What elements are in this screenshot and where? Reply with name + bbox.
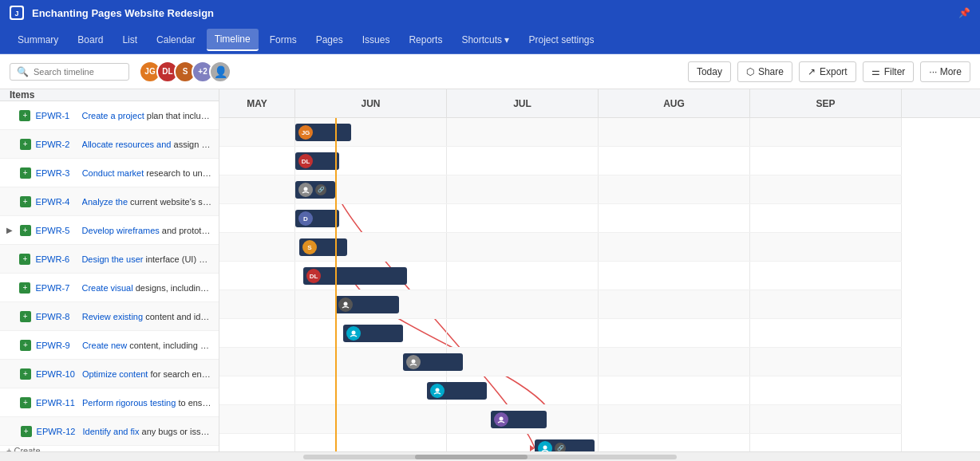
item-row: +EPWR-10Optimize content for search engi…	[0, 360, 219, 388]
item-add-button[interactable]: +	[19, 282, 30, 294]
item-add-button[interactable]: +	[19, 254, 30, 265]
nav-reports[interactable]: Reports	[401, 30, 450, 50]
search-input[interactable]	[34, 67, 121, 77]
avatar-anon[interactable]: 👤	[209, 61, 231, 83]
toolbar: 🔍 JG DL S +2 👤 Today ⬡ Share ↗ Export ⚌ …	[0, 54, 980, 89]
item-id[interactable]: EPWR-7	[35, 283, 77, 293]
gantt-bar[interactable]	[335, 296, 399, 313]
item-add-button[interactable]: +	[20, 139, 31, 150]
bar-avatar: S	[302, 240, 317, 254]
item-add-button[interactable]: +	[19, 110, 30, 121]
main-content: Items +EPWR-1Create a project plan that …	[0, 89, 980, 461]
item-id[interactable]: EPWR-5	[36, 226, 77, 235]
gantt-bar[interactable]	[491, 411, 547, 428]
gantt-row	[219, 319, 902, 348]
gantt-row	[219, 290, 902, 319]
gantt-cell	[750, 434, 902, 451]
svg-point-4	[304, 187, 308, 191]
item-add-button[interactable]: +	[20, 311, 31, 322]
nav-summary[interactable]: Summary	[10, 30, 66, 50]
gantt-cell	[599, 405, 750, 433]
item-id[interactable]: EPWR-10	[36, 369, 77, 379]
gantt-cell	[750, 262, 902, 290]
item-add-button[interactable]: +	[20, 196, 31, 207]
items-list: +EPWR-1Create a project plan that includ…	[0, 101, 219, 446]
item-expand-icon[interactable]: ▶	[6, 226, 15, 234]
top-bar: J Enchanting Pages Website Redesign 📌	[0, 0, 980, 26]
gantt-bar[interactable]	[427, 382, 487, 400]
bar-link-icon[interactable]: 🔗	[555, 443, 566, 451]
nav-forms[interactable]: Forms	[262, 30, 305, 50]
scrollbar-track[interactable]	[303, 455, 677, 459]
filter-button[interactable]: ⚌ Filter	[863, 61, 915, 82]
month-header-jun: JUN	[295, 89, 447, 117]
gantt-cell	[599, 262, 750, 290]
nav-issues[interactable]: Issues	[354, 30, 398, 50]
gantt-cell	[219, 348, 295, 376]
item-id[interactable]: EPWR-2	[36, 140, 77, 149]
gantt-cell	[750, 376, 902, 404]
gantt-bar[interactable]	[343, 325, 403, 342]
gantt-cell	[295, 434, 447, 451]
gantt-cell	[750, 118, 902, 146]
more-button[interactable]: ··· More	[920, 61, 970, 82]
today-button[interactable]: Today	[688, 61, 731, 82]
create-row[interactable]: + Create	[0, 446, 219, 451]
svg-point-8	[436, 388, 440, 392]
bar-link-icon[interactable]: 🔗	[315, 184, 326, 195]
bar-avatar: D	[298, 211, 313, 226]
gantt-cell	[599, 204, 750, 232]
nav-list[interactable]: List	[114, 30, 145, 50]
item-add-button[interactable]: +	[20, 167, 31, 179]
item-add-button[interactable]: +	[20, 340, 31, 351]
item-id[interactable]: EPWR-1	[35, 111, 77, 120]
item-row: +EPWR-12Identify and fix any bugs or iss…	[0, 417, 219, 446]
share-icon: ⬡	[746, 66, 754, 77]
item-title: Develop wireframes and prototypes ...	[82, 226, 212, 235]
gantt-area: MAYJUNJULAUGSEP JGDL🔗DSDL🔗	[219, 89, 980, 451]
nav-board[interactable]: Board	[69, 30, 111, 50]
gantt-cell	[750, 233, 902, 261]
item-add-button[interactable]: +	[20, 397, 31, 408]
nav-calendar[interactable]: Calendar	[148, 30, 204, 50]
gantt-bar[interactable]: DL	[295, 152, 339, 170]
gantt-body: JGDL🔗DSDL🔗	[219, 118, 980, 451]
gantt-bar[interactable]: JG	[295, 124, 351, 141]
bar-avatar	[494, 412, 508, 427]
gantt-cell	[750, 290, 902, 318]
item-id[interactable]: EPWR-6	[35, 254, 77, 264]
nav-shortcuts[interactable]: Shortcuts ▾	[453, 30, 517, 50]
bar-avatar: JG	[298, 125, 313, 140]
item-add-button[interactable]: +	[20, 368, 31, 380]
item-id[interactable]: EPWR-3	[36, 168, 77, 178]
gantt-bar[interactable]: S	[299, 238, 347, 256]
item-id[interactable]: EPWR-12	[37, 427, 78, 436]
share-button[interactable]: ⬡ Share	[737, 61, 792, 82]
gantt-bar[interactable]: 🔗	[295, 181, 335, 199]
export-button[interactable]: ↗ Export	[799, 61, 856, 82]
item-id[interactable]: EPWR-4	[36, 197, 77, 207]
search-box[interactable]: 🔍	[10, 63, 129, 81]
export-icon: ↗	[808, 66, 816, 77]
gantt-bar[interactable]: DL	[303, 267, 407, 285]
gantt-cell	[447, 204, 599, 232]
scrollbar-thumb[interactable]	[415, 455, 527, 459]
scrollbar-area[interactable]	[0, 451, 980, 461]
gantt-bar[interactable]	[403, 353, 463, 371]
item-id[interactable]: EPWR-8	[36, 312, 77, 321]
nav-project-settings[interactable]: Project settings	[520, 30, 602, 50]
item-id[interactable]: EPWR-9	[36, 341, 77, 350]
gantt-cell	[219, 118, 295, 146]
gantt-bar[interactable]: D	[295, 210, 339, 227]
month-header-aug: AUG	[599, 89, 750, 117]
item-add-button[interactable]: +	[20, 225, 31, 236]
bar-avatar: DL	[298, 154, 313, 168]
gantt-cell	[750, 175, 902, 203]
item-id[interactable]: EPWR-11	[36, 398, 77, 408]
gantt-cell	[447, 175, 599, 203]
svg-text:J: J	[14, 10, 18, 18]
gantt-bar[interactable]: 🔗	[535, 439, 595, 451]
item-add-button[interactable]: +	[21, 426, 32, 437]
nav-timeline[interactable]: Timeline	[207, 29, 259, 51]
nav-pages[interactable]: Pages	[308, 30, 351, 50]
